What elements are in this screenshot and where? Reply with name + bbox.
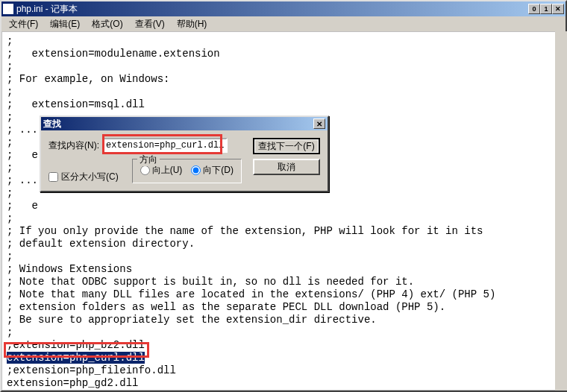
direction-group: 方向 向上(U) 向下(D) <box>132 159 242 183</box>
app-icon <box>3 4 13 14</box>
match-case-input[interactable] <box>48 172 58 182</box>
titlebar: php.ini - 记事本 0 1 ✕ <box>1 1 566 16</box>
close-icon: ✕ <box>555 5 561 13</box>
dialog-body: 查找内容(N): 区分大小写(C) 方向 向上(U) 向下(D) <box>41 130 328 191</box>
window-controls: 0 1 ✕ <box>528 4 564 14</box>
match-case-label: 区分大小写(C) <box>61 171 119 183</box>
cancel-button[interactable]: 取消 <box>253 159 320 175</box>
close-button[interactable]: ✕ <box>552 4 564 14</box>
find-dialog: 查找 ✕ 查找内容(N): 区分大小写(C) 方向 向上(U) <box>40 116 329 192</box>
minimize-button[interactable]: 0 <box>528 4 540 14</box>
window-title: php.ini - 记事本 <box>16 3 528 16</box>
dialog-buttons: 查找下一个(F) 取消 <box>247 138 320 175</box>
match-case-checkbox[interactable]: 区分大小写(C) <box>48 171 119 183</box>
maximize-icon: 1 <box>544 5 548 13</box>
find-label: 查找内容(N): <box>48 139 99 152</box>
notepad-window: php.ini - 记事本 0 1 ✕ 文件(F) 编辑(E) 格式(O) 查看… <box>0 0 567 392</box>
dir-down-option[interactable]: 向下(D) <box>191 164 234 177</box>
menu-edit[interactable]: 编辑(E) <box>46 16 84 32</box>
dialog-close-button[interactable]: ✕ <box>313 118 325 129</box>
dir-down-radio[interactable] <box>191 165 201 175</box>
find-next-button[interactable]: 查找下一个(F) <box>253 138 320 154</box>
menu-help[interactable]: 帮助(H) <box>172 16 212 32</box>
menu-file[interactable]: 文件(F) <box>4 16 43 32</box>
menu-format[interactable]: 格式(O) <box>87 16 127 32</box>
menu-view[interactable]: 查看(V) <box>131 16 169 32</box>
dialog-title: 查找 <box>43 118 313 130</box>
dialog-titlebar: 查找 ✕ <box>41 117 328 130</box>
vertical-scrollbar[interactable] <box>555 31 567 391</box>
find-input[interactable] <box>102 138 228 153</box>
maximize-button[interactable]: 1 <box>540 4 552 14</box>
close-icon: ✕ <box>316 120 322 128</box>
text-editor[interactable]: ; ; extension=modulename.extension ; ; F… <box>2 32 565 390</box>
direction-label: 方向 <box>137 154 160 166</box>
dir-up-radio[interactable] <box>140 165 150 175</box>
minimize-icon: 0 <box>532 5 536 13</box>
dir-down-label: 向下(D) <box>203 164 234 177</box>
menubar: 文件(F) 编辑(E) 格式(O) 查看(V) 帮助(H) <box>1 16 566 31</box>
